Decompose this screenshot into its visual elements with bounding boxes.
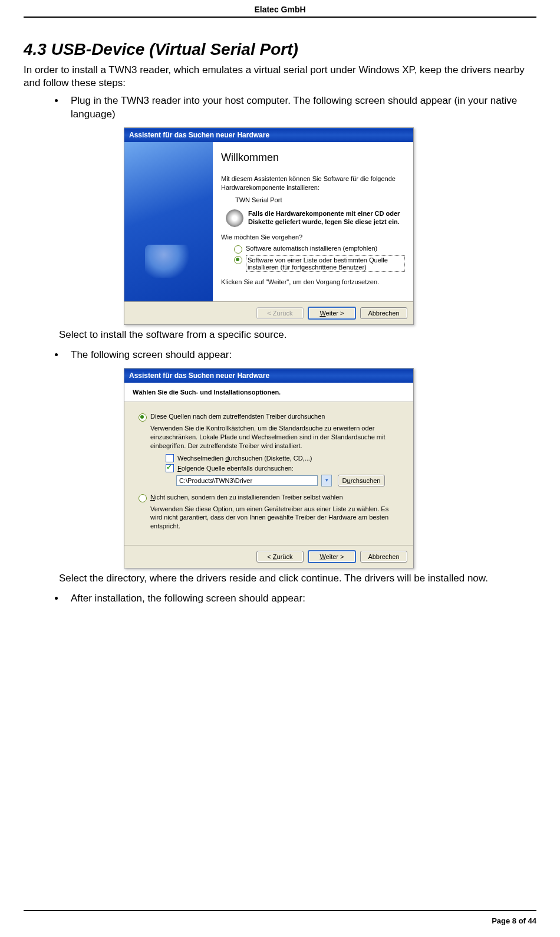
section-title: 4.3 USB-Device (Virtual Serial Port) [24,40,536,59]
wizard-1-body: Willkommen Mit diesem Assistenten können… [124,142,413,301]
wizard-1-heading: Willkommen [221,152,405,164]
wizard-1-main: Willkommen Mit diesem Assistenten können… [213,142,413,301]
wizard-2-options: Diese Quellen nach dem zutreffendsten Tr… [124,402,413,545]
wizard-2: Assistent für das Suchen neuer Hardware … [124,368,414,568]
cancel-button[interactable]: Abbrechen [360,307,407,319]
wizard-2-opt2-label: Nicht suchen, sondern den zu installiere… [150,494,343,501]
wizard-1-cd-row: Falls die Hardwarekomponente mit einer C… [221,209,405,227]
browse-button[interactable]: Durchsuchen [338,475,385,486]
wizard-2-opt1-sub: Verwenden Sie die Kontrollkästchen, um d… [150,424,399,451]
back-button[interactable]: < Zurück [256,551,304,563]
wizard-1-option-auto[interactable]: Software automatisch installieren (empfo… [234,245,405,254]
wizard-2-subheader: Wählen Sie die Such- und Installationsop… [133,389,405,396]
page-footer: Page 8 of 44 [492,916,536,925]
steps-list-2: The following screen should appear: [24,349,536,362]
wizard-2-opt2[interactable]: Nicht suchen, sondern den zu installiere… [139,494,399,502]
radio-icon [234,245,242,254]
wizard-1-option-auto-label: Software automatisch installieren (empfo… [246,245,377,252]
wizard-1-option-list-label: Software von einer Liste oder bestimmten… [246,255,405,272]
after-wizard-1-note: Select to install the software from a sp… [59,328,536,341]
checkbox-icon [166,454,174,462]
path-input[interactable] [176,475,318,486]
wizard-1: Assistent für das Suchen neuer Hardware … [124,127,414,325]
radio-icon [139,494,147,502]
wizard-1-footer: < Zurück Weiter > Abbrechen [124,301,413,324]
next-button[interactable]: Weiter > [308,307,356,320]
wizard-2-opt2-sub: Verwenden Sie diese Option, um einen Ger… [150,505,399,531]
wizard-1-side-graphic [124,142,213,301]
page-content: 4.3 USB-Device (Virtual Serial Port) In … [24,18,536,623]
wizard-2-chk-media[interactable]: Wechselmedien durchsuchen (Diskette, CD,… [166,454,399,462]
steps-list: Plug in the TWN3 reader into your host c… [24,94,536,121]
wizard-1-cd-text: Falls die Hardwarekomponente mit einer C… [248,209,405,226]
page-header: Elatec GmbH [24,0,536,18]
wizard-1-option-list[interactable]: Software von einer Liste oder bestimmten… [234,255,405,272]
wizard-1-p1: Mit diesem Assistenten können Sie Softwa… [221,175,405,192]
page: Elatec GmbH 4.3 USB-Device (Virtual Seri… [0,0,560,937]
wizard-2-footer: < Zurück Weiter > Abbrechen [124,545,413,568]
wizard-1-device: TWN Serial Port [235,196,405,205]
wizard-2-chk-media-label: Wechselmedien durchsuchen (Diskette, CD,… [177,455,312,462]
wizard-2-titlebar: Assistent für das Suchen neuer Hardware [124,369,413,383]
cancel-button[interactable]: Abbrechen [360,551,407,563]
step-3: After installation, the following screen… [65,592,536,606]
step-2: The following screen should appear: [65,349,536,362]
radio-icon [234,256,242,264]
wizard-1-continue-hint: Klicken Sie auf "Weiter", um den Vorgang… [221,278,405,287]
wizard-1-titlebar: Assistent für das Suchen neuer Hardware [124,128,413,142]
back-button[interactable]: < Zurück [256,307,304,319]
wizard-2-chk-path-label: Folgende Quelle ebenfalls durchsuchen: [177,465,294,472]
wizard-2-opt1[interactable]: Diese Quellen nach dem zutreffendsten Tr… [139,413,399,422]
wizard-2-subheader-bar: Wählen Sie die Such- und Installationsop… [124,383,413,402]
after-wizard-2-note: Select the directory, where the drivers … [59,572,536,585]
next-button[interactable]: Weiter > [308,550,356,563]
steps-list-3: After installation, the following screen… [24,592,536,606]
wizard-2-opt1-label: Diese Quellen nach dem zutreffendsten Tr… [150,413,325,420]
wizard-2-chk-path[interactable]: Folgende Quelle ebenfalls durchsuchen: [166,464,399,472]
radio-icon [139,413,147,422]
checkbox-icon [166,464,174,472]
dropdown-icon[interactable]: ▾ [321,475,332,486]
step-1: Plug in the TWN3 reader into your host c… [65,94,536,121]
intro-text: In order to install a TWN3 reader, which… [24,64,536,90]
page-footer-rule [24,910,536,911]
cd-icon [226,209,243,227]
wizard-2-path-row: ▾ Durchsuchen [176,475,399,486]
wizard-1-question: Wie möchten Sie vorgehen? [221,233,405,242]
